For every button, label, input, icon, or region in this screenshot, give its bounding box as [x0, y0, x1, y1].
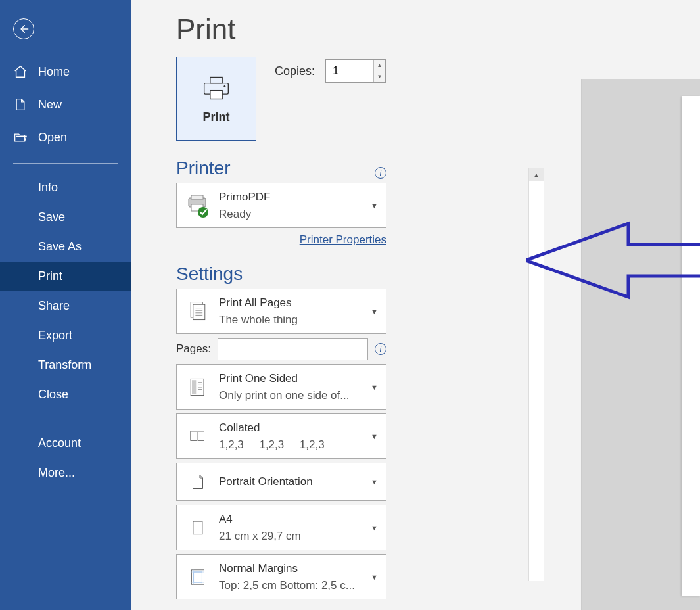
chevron-down-icon: ▼	[371, 573, 378, 581]
nav-label: Home	[38, 65, 70, 79]
setting-papersize-dropdown[interactable]: A4 21 cm x 29,7 cm ▼	[176, 505, 386, 550]
settings-scrollbar[interactable]: ▲	[528, 168, 544, 581]
home-icon	[13, 64, 28, 79]
back-arrow-icon	[18, 24, 29, 34]
setting-sub: 21 cm x 29,7 cm	[219, 528, 365, 545]
setting-title: A4	[219, 511, 365, 528]
printer-status: Ready	[219, 206, 365, 223]
chevron-down-icon: ▼	[371, 478, 378, 486]
back-button[interactable]	[13, 18, 34, 39]
setting-margins-dropdown[interactable]: Normal Margins Top: 2,5 cm Bottom: 2,5 c…	[176, 554, 386, 599]
nav-label: Export	[38, 329, 72, 342]
chevron-down-icon: ▼	[371, 433, 378, 440]
setting-sides-dropdown[interactable]: Print One Sided Only print on one side o…	[176, 364, 386, 410]
margins-icon	[185, 564, 211, 590]
printer-dropdown[interactable]: PrimoPDF Ready ▼	[176, 183, 386, 228]
nav-label: Close	[38, 388, 68, 402]
printer-heading: Printer	[176, 158, 230, 179]
nav-label: Info	[38, 181, 58, 195]
print-tile-label: Print	[202, 110, 229, 124]
nav-save[interactable]: Save	[0, 202, 131, 232]
nav-label: Transform	[38, 358, 91, 372]
backstage-sidebar: Home New Open Info Save Save As Print Sh…	[0, 0, 131, 610]
svg-rect-11	[192, 380, 196, 394]
svg-rect-2	[210, 90, 222, 99]
svg-rect-12	[191, 431, 197, 440]
setting-collation-dropdown[interactable]: Collated 1,2,3 1,2,3 1,2,3 ▼	[176, 413, 386, 459]
printer-name: PrimoPDF	[219, 189, 365, 206]
nav-label: Print	[38, 270, 62, 283]
nav-label: Account	[38, 436, 81, 450]
svg-point-3	[223, 85, 225, 87]
nav-separator	[13, 419, 118, 419]
new-icon	[13, 97, 28, 112]
one-sided-icon	[185, 374, 211, 400]
nav-print[interactable]: Print	[0, 262, 131, 291]
nav-transform[interactable]: Transform	[0, 350, 131, 380]
nav-label: More...	[38, 466, 75, 480]
collated-icon	[185, 423, 211, 450]
setting-print-range-dropdown[interactable]: Print All Pages The whole thing ▼	[176, 289, 386, 334]
open-icon	[13, 130, 28, 145]
pages-label: Pages:	[176, 342, 211, 356]
copies-down-icon[interactable]: ▼	[374, 71, 385, 82]
setting-sub: 1,2,3 1,2,3 1,2,3	[219, 436, 365, 454]
nav-account[interactable]: Account	[0, 429, 131, 458]
setting-title: Portrait Orientation	[219, 473, 365, 490]
printer-status-icon	[185, 193, 211, 219]
setting-title: Collated	[219, 419, 365, 436]
chevron-down-icon: ▼	[371, 524, 378, 532]
nav-separator	[13, 163, 118, 164]
printer-info-icon[interactable]: i	[375, 167, 386, 179]
copies-spinner[interactable]: ▲ ▼	[325, 59, 386, 83]
setting-sub: The whole thing	[219, 312, 365, 329]
nav-info[interactable]: Info	[0, 173, 131, 202]
page-title: Print	[176, 13, 700, 46]
setting-sub: Only print on one side of...	[219, 387, 365, 404]
nav-open[interactable]: Open	[0, 121, 131, 154]
svg-rect-14	[193, 521, 202, 534]
nav-label: Save As	[38, 240, 82, 254]
nav-more[interactable]: More...	[0, 458, 131, 488]
nav-label: Share	[38, 299, 70, 313]
setting-title: Print All Pages	[219, 294, 365, 312]
copies-label: Copies:	[275, 64, 315, 78]
svg-rect-5	[191, 195, 203, 199]
pages-info-icon[interactable]: i	[375, 343, 386, 355]
pages-input[interactable]	[218, 338, 368, 360]
chevron-down-icon: ▼	[371, 308, 378, 316]
nav-export[interactable]: Export	[0, 321, 131, 350]
preview-page	[682, 96, 700, 596]
setting-title: Normal Margins	[219, 560, 365, 577]
nav-share[interactable]: Share	[0, 291, 131, 321]
printer-properties-link[interactable]: Printer Properties	[300, 233, 386, 246]
setting-title: Print One Sided	[219, 370, 365, 387]
paper-size-icon	[185, 515, 211, 541]
svg-rect-9	[193, 304, 205, 319]
chevron-down-icon: ▼	[371, 202, 378, 210]
scroll-up-icon[interactable]: ▲	[529, 168, 544, 181]
svg-point-7	[198, 207, 208, 218]
scroll-track[interactable]	[529, 181, 544, 581]
copies-input[interactable]	[326, 60, 373, 82]
settings-heading: Settings	[176, 264, 386, 285]
nav-saveas[interactable]: Save As	[0, 232, 131, 262]
setting-orientation-dropdown[interactable]: Portrait Orientation ▼	[176, 463, 386, 501]
nav-new[interactable]: New	[0, 88, 131, 121]
print-button-tile[interactable]: Print	[176, 57, 256, 141]
printer-icon	[202, 74, 231, 103]
portrait-icon	[185, 469, 211, 495]
svg-rect-0	[210, 77, 222, 83]
svg-rect-13	[198, 431, 204, 440]
nav-close[interactable]: Close	[0, 380, 131, 410]
chevron-down-icon: ▼	[371, 383, 378, 391]
setting-sub: Top: 2,5 cm Bottom: 2,5 c...	[219, 577, 365, 594]
copies-up-icon[interactable]: ▲	[374, 60, 385, 71]
nav-label: New	[38, 98, 62, 112]
pages-icon	[185, 298, 211, 325]
nav-home[interactable]: Home	[0, 55, 131, 88]
nav-label: Save	[38, 210, 65, 224]
nav-label: Open	[38, 131, 67, 145]
main-area: Print Print Copies: ▲ ▼	[131, 0, 700, 610]
